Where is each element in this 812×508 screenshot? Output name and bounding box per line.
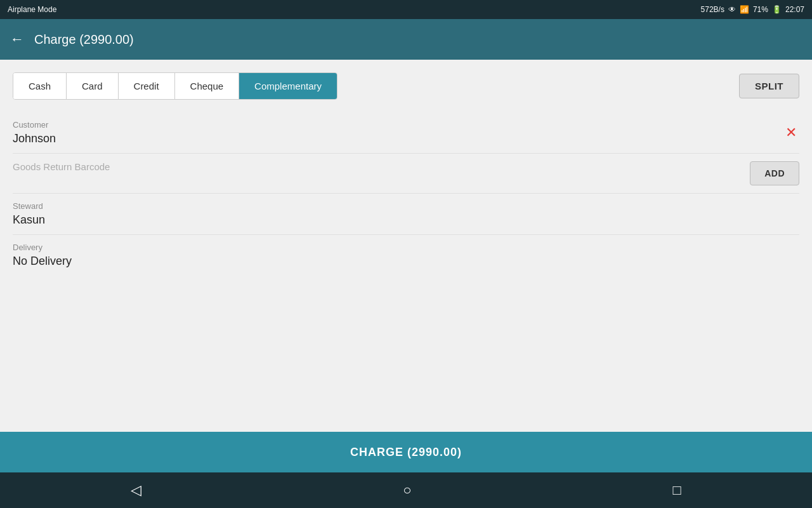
charge-label: CHARGE (2990.00) <box>350 446 462 459</box>
bottom-area: CHARGE (2990.00) <box>0 432 812 472</box>
nav-back-icon[interactable]: ◁ <box>131 482 141 498</box>
delivery-field-row: Delivery No Delivery <box>13 235 799 276</box>
nav-recents-icon[interactable]: □ <box>673 482 681 498</box>
add-button[interactable]: ADD <box>750 161 799 185</box>
airplane-mode-label: Airplane Mode <box>8 5 56 14</box>
delivery-label: Delivery <box>13 243 799 252</box>
page-title: Charge (2990.00) <box>34 32 134 47</box>
tabs-row: Cash Card Credit Cheque Complementary SP… <box>13 72 799 100</box>
delivery-field: Delivery No Delivery <box>13 243 799 268</box>
goods-return-row: Goods Return Barcode ADD <box>13 154 799 194</box>
tab-card[interactable]: Card <box>67 73 119 99</box>
delivery-value: No Delivery <box>13 255 799 268</box>
goods-return-placeholder: Goods Return Barcode <box>13 161 750 172</box>
tab-credit[interactable]: Credit <box>119 73 175 99</box>
steward-value: Kasun <box>13 213 799 227</box>
tab-complementary[interactable]: Complementary <box>239 73 337 99</box>
nav-home-icon[interactable]: ○ <box>403 482 411 498</box>
goods-return-field[interactable]: Goods Return Barcode <box>13 161 750 172</box>
charge-button[interactable]: CHARGE (2990.00) <box>0 432 812 472</box>
back-button[interactable]: ← <box>10 31 24 48</box>
eye-icon: 👁 <box>728 5 736 14</box>
tab-cash[interactable]: Cash <box>13 73 67 99</box>
battery-icon: 🔋 <box>772 5 782 14</box>
payment-tabs: Cash Card Credit Cheque Complementary <box>13 72 337 100</box>
bottom-nav: ◁ ○ □ <box>0 472 812 508</box>
customer-value: Johnson <box>13 132 783 145</box>
status-bar: Airplane Mode 572B/s 👁 📶 71% 🔋 22:07 <box>0 0 812 19</box>
main-content: Cash Card Credit Cheque Complementary SP… <box>0 60 812 434</box>
steward-field-row: Steward Kasun <box>13 194 799 235</box>
clear-customer-icon[interactable]: ✕ <box>783 122 799 144</box>
split-button[interactable]: SPLIT <box>739 74 799 98</box>
battery-level: 71% <box>753 5 768 14</box>
customer-field: Customer Johnson <box>13 120 783 145</box>
customer-field-row: Customer Johnson ✕ <box>13 112 799 154</box>
clock: 22:07 <box>785 5 804 14</box>
app-bar: ← Charge (2990.00) <box>0 19 812 60</box>
network-speed: 572B/s <box>701 5 724 14</box>
tab-cheque[interactable]: Cheque <box>175 73 240 99</box>
customer-label: Customer <box>13 120 783 130</box>
wifi-icon: 📶 <box>740 5 749 14</box>
steward-field: Steward Kasun <box>13 201 799 227</box>
steward-label: Steward <box>13 201 799 211</box>
